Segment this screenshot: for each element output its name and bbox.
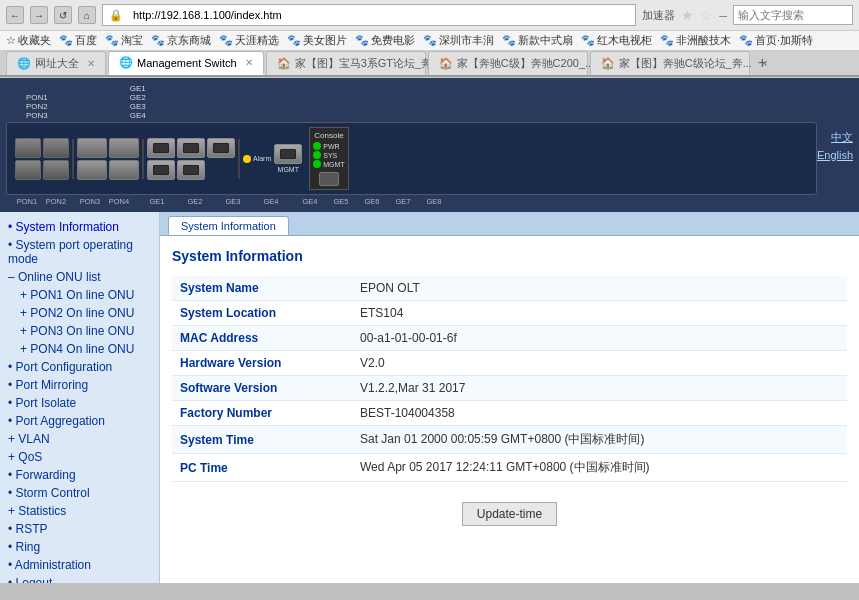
sidebar: • System Information • System port opera…: [0, 212, 160, 583]
bookmark-favorites[interactable]: ☆ 收藏夹: [6, 33, 51, 48]
sidebar-item-administration[interactable]: • Administration: [4, 556, 155, 574]
field-value: BEST-104004358: [352, 401, 847, 426]
sidebar-item-port-mirroring[interactable]: • Port Mirroring: [4, 376, 155, 394]
table-row: System NameEPON OLT: [172, 276, 847, 301]
table-row: MAC Address00-a1-01-00-01-6f: [172, 326, 847, 351]
bookmark-fengrun[interactable]: 🐾深圳市丰润: [423, 33, 494, 48]
pon3-port[interactable]: [43, 138, 69, 158]
tab-bmw[interactable]: 🏠 家【图】宝马3系GT论坛_奔... ✕: [266, 51, 426, 75]
bookmark-tianya[interactable]: 🐾天涯精选: [219, 33, 279, 48]
sidebar-item-port-aggregation[interactable]: • Port Aggregation: [4, 412, 155, 430]
sidebar-item-system-port[interactable]: • System port operating mode: [4, 236, 155, 268]
english-lang-button[interactable]: English: [817, 149, 853, 161]
tab-close-icon[interactable]: ✕: [245, 57, 253, 68]
tab-bar: 🌐 网址大全 ✕ 🌐 Management Switch ✕ 🏠 家【图】宝马3…: [0, 51, 859, 77]
back-button[interactable]: ←: [6, 6, 24, 24]
mgmt-label: MGMT: [278, 166, 299, 173]
pwr-led-label: PWR: [323, 143, 339, 150]
ge4-sfp-port[interactable]: [109, 160, 139, 180]
alarm-led: [243, 155, 251, 163]
ge7-rj45-port[interactable]: [177, 160, 205, 180]
content-body: System Information System NameEPON OLTSy…: [160, 236, 859, 538]
pon4-port[interactable]: [43, 160, 69, 180]
field-label: System Time: [172, 426, 352, 454]
tab-favicon: 🏠: [277, 57, 291, 70]
ge4b-bottom-label: GE4: [296, 197, 324, 206]
ge6-rj45-port[interactable]: [177, 138, 205, 158]
tab-site-nav[interactable]: 🌐 网址大全 ✕: [6, 51, 106, 75]
sidebar-item-statistics[interactable]: + Statistics: [4, 502, 155, 520]
update-time-button[interactable]: Update-time: [462, 502, 557, 526]
lock-icon: 🔒: [109, 9, 123, 22]
sidebar-item-ring[interactable]: • Ring: [4, 538, 155, 556]
tab-benz2[interactable]: 🏠 家【图】奔驰C级论坛_奔... ✕: [590, 51, 750, 75]
bookmark-home[interactable]: 🐾首页·加斯特: [739, 33, 813, 48]
field-value: V1.2.2,Mar 31 2017: [352, 376, 847, 401]
table-row: System TimeSat Jan 01 2000 00:05:59 GMT+…: [172, 426, 847, 454]
sidebar-item-pon4-onu[interactable]: + PON4 On line ONU: [4, 340, 155, 358]
bookmark-chinese-fan[interactable]: 🐾新款中式扇: [502, 33, 573, 48]
home-button[interactable]: ⌂: [78, 6, 96, 24]
sidebar-item-qos[interactable]: + QoS: [4, 448, 155, 466]
bookmark-baidu[interactable]: 🐾百度: [59, 33, 97, 48]
sidebar-item-forwarding[interactable]: • Forwarding: [4, 466, 155, 484]
forward-button[interactable]: →: [30, 6, 48, 24]
mgmt-led-label: MGMT: [323, 161, 344, 168]
ge5-bottom-label: GE5: [327, 197, 355, 206]
field-label: System Location: [172, 301, 352, 326]
star-icon: ☆: [6, 34, 16, 47]
pon2-port[interactable]: [15, 160, 41, 180]
star-button[interactable]: ★: [681, 7, 694, 23]
page: PON1 PON2 PON3 GE1 GE2 GE3 GE4: [0, 78, 859, 583]
ge1-sfp-port[interactable]: [77, 138, 107, 158]
console-port[interactable]: [319, 172, 339, 186]
ge3-sfp-port[interactable]: [109, 138, 139, 158]
sidebar-item-vlan[interactable]: + VLAN: [4, 430, 155, 448]
device-header: PON1 PON2 PON3 GE1 GE2 GE3 GE4: [0, 78, 859, 212]
ge4-bottom-label: GE4: [256, 197, 286, 206]
ge5-rj45-port[interactable]: [147, 160, 175, 180]
search-input[interactable]: [733, 5, 853, 25]
tab-favicon: 🌐: [119, 56, 133, 69]
sidebar-item-port-config[interactable]: • Port Configuration: [4, 358, 155, 376]
bookmark-movie[interactable]: 🐾免费电影: [355, 33, 415, 48]
bookmark-taobao[interactable]: 🐾淘宝: [105, 33, 143, 48]
sidebar-item-port-isolate[interactable]: • Port Isolate: [4, 394, 155, 412]
tab-favicon: 🏠: [439, 57, 453, 70]
ge2-sfp-port[interactable]: [77, 160, 107, 180]
bookmark-africa[interactable]: 🐾非洲酸技木: [660, 33, 731, 48]
ge2-bottom-label: GE2: [180, 197, 210, 206]
sidebar-item-pon3-onu[interactable]: + PON3 On line ONU: [4, 322, 155, 340]
chinese-lang-button[interactable]: 中文: [831, 130, 853, 145]
sidebar-item-online-onu[interactable]: – Online ONU list: [4, 268, 155, 286]
address-input[interactable]: [127, 5, 629, 25]
sidebar-item-logout[interactable]: • Logout: [4, 574, 155, 583]
sidebar-item-pon1-onu[interactable]: + PON1 On line ONU: [4, 286, 155, 304]
mgmt-led: [313, 160, 321, 168]
sidebar-item-pon2-onu[interactable]: + PON2 On line ONU: [4, 304, 155, 322]
content-tab-system-info[interactable]: System Information: [168, 216, 289, 235]
star-button2[interactable]: ☆: [700, 7, 713, 23]
field-value: EPON OLT: [352, 276, 847, 301]
field-value: 00-a1-01-00-01-6f: [352, 326, 847, 351]
refresh-button[interactable]: ↺: [54, 6, 72, 24]
bookmark-redwood[interactable]: 🐾红木电视柜: [581, 33, 652, 48]
ge4-rj45-port[interactable]: [147, 138, 175, 158]
bookmark-jd[interactable]: 🐾京东商城: [151, 33, 211, 48]
pon4-bottom-label: PON4: [106, 197, 132, 206]
tab-close-icon[interactable]: ✕: [87, 58, 95, 69]
menu-button[interactable]: –: [719, 7, 727, 23]
sidebar-item-system-information[interactable]: • System Information: [4, 218, 155, 236]
new-tab-button[interactable]: +: [752, 54, 773, 72]
tab-benz1[interactable]: 🏠 家【奔驰C级】奔驰C200_... ✕: [428, 51, 588, 75]
sidebar-item-rstp[interactable]: • RSTP: [4, 520, 155, 538]
bookmark-beauty[interactable]: 🐾美女图片: [287, 33, 347, 48]
section-title: System Information: [172, 248, 847, 264]
console-area: Console PWR SYS MGMT: [309, 127, 348, 190]
tab-management-switch[interactable]: 🌐 Management Switch ✕: [108, 51, 264, 75]
mgmt-port[interactable]: [274, 144, 302, 164]
pon1-port[interactable]: [15, 138, 41, 158]
ge8-rj45-port[interactable]: [207, 138, 235, 158]
sidebar-item-storm-control[interactable]: • Storm Control: [4, 484, 155, 502]
tab-favicon: 🏠: [601, 57, 615, 70]
